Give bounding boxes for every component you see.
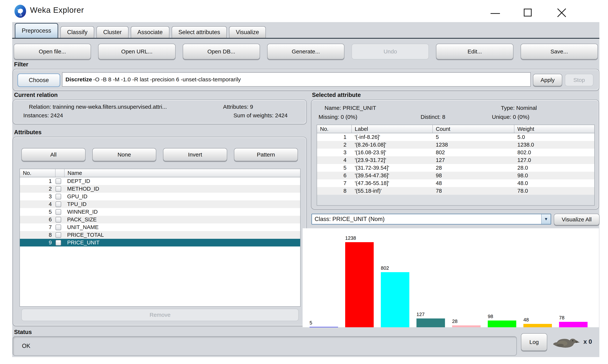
open-db-button[interactable]: Open DB... [183, 44, 260, 59]
bar-value-label: 802 [381, 265, 389, 271]
attribute-name: PRICE_UNIT [65, 239, 300, 247]
stats-col-label[interactable]: Label [352, 125, 433, 133]
save-button[interactable]: Save... [521, 44, 598, 59]
attribute-row-tpu_id[interactable]: 4TPU_ID [20, 200, 300, 208]
all-button[interactable]: All [21, 148, 86, 161]
stats-col-count[interactable]: Count [433, 125, 514, 133]
attribute-row-pack_size[interactable]: 6PACK_SIZE [20, 216, 300, 223]
filter-expression-field[interactable]: Discretize -O -B 8 -M -1.0 -R last -prec… [62, 72, 531, 87]
attribute-checkbox[interactable] [55, 217, 61, 222]
attribute-checkbox[interactable] [55, 201, 61, 207]
tab-visualize[interactable]: Visualize [229, 26, 266, 38]
status-bar: OK [13, 336, 517, 356]
attribute-number: 2 [20, 185, 55, 193]
class-selector-combo[interactable]: Class: PRICE_UNIT (Nom) ▼ [311, 214, 551, 224]
attr-missing: Missing: 0 (0%) [319, 114, 357, 120]
open-file-button[interactable]: Open file... [14, 44, 91, 59]
bin-label: '(23.9-31.72]' [352, 156, 433, 164]
close-button[interactable] [557, 8, 567, 18]
current-relation-panel: Relation: trainning new-weka.filters.uns… [13, 100, 307, 124]
attributes-rows: 1DEPT_ID2METHOD_ID3GPU_ID4TPU_ID5WINNER_… [20, 177, 300, 247]
stats-row[interactable]: 1'(-inf-8.26]'55.0 [317, 133, 594, 141]
invert-button[interactable]: Invert [163, 148, 227, 161]
stats-col-no[interactable]: No. [317, 125, 352, 133]
stats-row[interactable]: 7'(47.36-55.18]'4848.0 [317, 179, 594, 187]
attribute-row-method_id[interactable]: 2METHOD_ID [20, 185, 300, 193]
attr-col-checkbox[interactable] [55, 169, 65, 177]
apply-filter-button[interactable]: Apply [533, 74, 562, 86]
stats-row[interactable]: 4'(23.9-31.72]'127127.0 [317, 156, 594, 164]
histogram-bar-7 [523, 324, 552, 327]
bin-weight: 802.0 [514, 149, 594, 156]
stats-table-header: No.LabelCountWeight [317, 125, 594, 133]
attributes-table: No. Name 1DEPT_ID2METHOD_ID3GPU_ID4TPU_I… [19, 169, 300, 307]
attribute-checkbox[interactable] [55, 178, 61, 184]
stats-row[interactable]: 5'(31.72-39.54]'2828.0 [317, 164, 594, 172]
attr-col-name[interactable]: Name [65, 169, 300, 177]
attribute-row-price_total[interactable]: 8PRICE_TOTAL [20, 231, 300, 239]
instances-count: Instances: 2424 [23, 112, 63, 119]
attribute-stats-table: No.LabelCountWeight 1'(-inf-8.26]'55.02'… [317, 125, 595, 206]
stats-table-rows: 1'(-inf-8.26]'55.02'(8.26-16.08]'1238123… [317, 133, 594, 195]
log-counter: x 0 [583, 338, 592, 345]
attribute-name: UNIT_NAME [65, 223, 300, 231]
stats-row[interactable]: 6'(39.54-47.36]'9898.0 [317, 172, 594, 179]
attribute-checkbox[interactable] [55, 194, 61, 199]
stats-row[interactable]: 2'(8.26-16.08]'12381238.0 [317, 141, 594, 149]
attribute-row-unit_name[interactable]: 7UNIT_NAME [20, 223, 300, 231]
stats-col-weight[interactable]: Weight [514, 125, 594, 133]
bin-number: 7 [317, 179, 352, 187]
attribute-row-dept_id[interactable]: 1DEPT_ID [20, 177, 300, 185]
bin-number: 4 [317, 156, 352, 164]
bin-number: 8 [317, 187, 352, 195]
window-title: Weka Explorer [30, 6, 84, 15]
choose-filter-button[interactable]: Choose [17, 74, 60, 87]
attr-col-no[interactable]: No. [20, 169, 55, 177]
histogram-plot[interactable]: 5123880212728984878 [303, 228, 599, 327]
tab-cluster[interactable]: Cluster [96, 26, 128, 38]
attribute-checkbox[interactable] [55, 232, 61, 238]
attribute-row-winner_id[interactable]: 5WINNER_ID [20, 208, 300, 216]
visualize-all-button[interactable]: Visualize All [554, 214, 600, 225]
attributes-table-header: No. Name [20, 169, 300, 177]
current-relation-label: Current relation [14, 92, 58, 98]
bin-count: 98 [433, 172, 514, 179]
attribute-name: METHOD_ID [65, 185, 300, 193]
attribute-checkbox[interactable] [55, 240, 61, 246]
minimize-button[interactable] [491, 13, 500, 14]
none-button[interactable]: None [92, 148, 156, 161]
histogram-bar-6 [488, 321, 516, 327]
attr-type: Type: Nominal [501, 105, 537, 111]
attribute-name: DEPT_ID [65, 177, 300, 185]
attributes-count: Attributes: 9 [223, 104, 253, 110]
attribute-row-price_unit[interactable]: 9PRICE_UNIT [20, 239, 300, 247]
generate-button[interactable]: Generate... [267, 44, 344, 59]
bin-number: 6 [317, 172, 352, 179]
sum-of-weights: Sum of weights: 2424 [233, 112, 288, 119]
stats-row[interactable]: 8'(55.18-inf)'7878.0 [317, 187, 594, 195]
bin-weight: 127.0 [514, 156, 594, 164]
open-url-button[interactable]: Open URL... [98, 44, 176, 59]
tab-preprocess[interactable]: Preprocess [15, 23, 58, 38]
attribute-number: 8 [20, 231, 55, 239]
bar-value-label: 98 [488, 313, 493, 319]
stats-row[interactable]: 3'(16.08-23.9]'802802.0 [317, 149, 594, 156]
pattern-button[interactable]: Pattern [234, 148, 298, 161]
maximize-button[interactable] [524, 9, 532, 16]
tab-associate[interactable]: Associate [131, 26, 169, 38]
bin-count: 48 [433, 179, 514, 187]
tab-classify[interactable]: Classify [60, 26, 94, 38]
filter-section-label: Filter [14, 61, 28, 68]
attribute-checkbox[interactable] [55, 209, 61, 215]
tab-select-attributes[interactable]: Select attributes [172, 26, 227, 38]
attribute-checkbox[interactable] [55, 224, 61, 230]
attribute-checkbox[interactable] [55, 186, 61, 192]
edit-button[interactable]: Edit... [436, 44, 513, 59]
filter-name: Discretize [66, 76, 92, 83]
attribute-row-gpu_id[interactable]: 3GPU_ID [20, 193, 300, 200]
chevron-down-icon[interactable]: ▼ [541, 214, 551, 224]
attribute-name: PACK_SIZE [65, 216, 300, 223]
log-button[interactable]: Log [521, 333, 547, 351]
tab-bar: PreprocessClassifyClusterAssociateSelect… [15, 24, 268, 38]
histogram-bar-5 [452, 325, 481, 327]
